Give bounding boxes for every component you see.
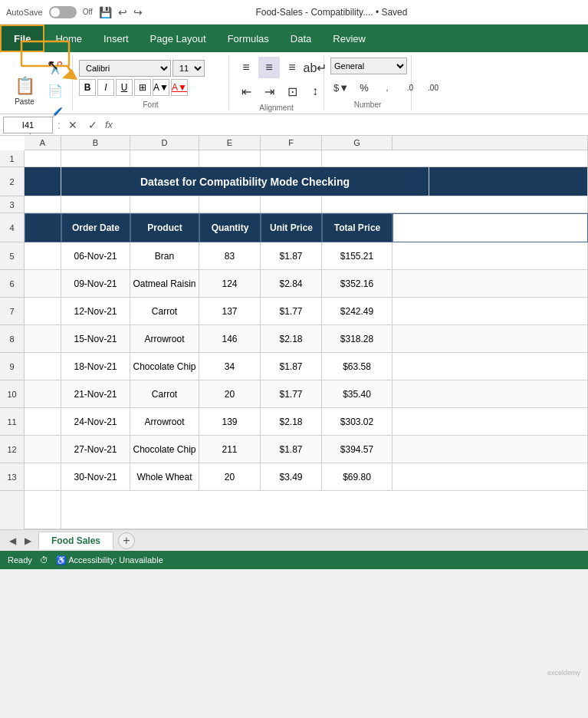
cell-date-8[interactable]: 15-Nov-21 xyxy=(61,325,130,353)
cell-qty-13[interactable]: 20 xyxy=(199,463,261,491)
cell-qty-8[interactable]: 146 xyxy=(199,325,261,353)
cell-total-6[interactable]: $352.16 xyxy=(322,270,393,298)
cell-rest-7[interactable] xyxy=(393,298,588,325)
indent-increase-button[interactable]: ⇥ xyxy=(258,81,280,102)
cell-date-13[interactable]: 30-Nov-21 xyxy=(61,463,130,491)
cell-date-12[interactable]: 27-Nov-21 xyxy=(61,436,130,463)
row-header-3[interactable]: 3 xyxy=(0,196,24,213)
cell-e3[interactable] xyxy=(199,196,261,213)
cell-a10[interactable] xyxy=(25,380,61,408)
cell-date-10[interactable]: 21-Nov-21 xyxy=(61,380,130,408)
formula-confirm-button[interactable]: ✓ xyxy=(85,117,100,133)
cell-reference-box[interactable] xyxy=(3,117,53,133)
cell-f1[interactable] xyxy=(261,150,322,167)
cell-product-5[interactable]: Bran xyxy=(130,242,199,270)
cell-d3[interactable] xyxy=(130,196,199,213)
undo-icon[interactable]: ↩ xyxy=(118,6,127,18)
cell-unit-8[interactable]: $2.18 xyxy=(261,325,322,353)
cell-unit-5[interactable]: $1.87 xyxy=(261,242,322,270)
row-header-7[interactable]: 7 xyxy=(0,298,24,325)
header-unit-price[interactable]: Unit Price xyxy=(261,213,322,242)
col-header-a[interactable]: A xyxy=(25,136,61,150)
cell-a1[interactable] xyxy=(25,150,61,167)
cell-product-12[interactable]: Chocolate Chip xyxy=(130,436,199,463)
fill-color-button[interactable]: A▼ xyxy=(153,79,169,96)
header-order-date[interactable]: Order Date xyxy=(61,213,130,242)
cell-a4[interactable] xyxy=(25,213,61,242)
col-header-f[interactable]: F xyxy=(261,136,322,150)
cell-f3[interactable] xyxy=(261,196,322,213)
cell-total-7[interactable]: $242.49 xyxy=(322,298,393,325)
cell-rest-8[interactable] xyxy=(393,325,588,353)
col-header-g[interactable]: G xyxy=(322,136,393,150)
tab-page-layout[interactable]: Page Layout xyxy=(140,25,217,52)
cell-unit-10[interactable]: $1.77 xyxy=(261,380,322,408)
cell-product-8[interactable]: Arrowroot xyxy=(130,325,199,353)
cell-rest-13[interactable] xyxy=(393,463,588,491)
sheet-tab-food-sales[interactable]: Food Sales xyxy=(38,532,113,549)
cell-qty-5[interactable]: 83 xyxy=(199,242,261,270)
cell-g2[interactable] xyxy=(429,167,588,196)
number-format-select[interactable]: General xyxy=(330,58,407,74)
cell-rest-11[interactable] xyxy=(393,408,588,436)
tab-insert[interactable]: Insert xyxy=(93,25,140,52)
cell-a5[interactable] xyxy=(25,242,61,270)
formula-input[interactable] xyxy=(117,120,585,130)
cell-product-10[interactable]: Carrot xyxy=(130,380,199,408)
cell-product-6[interactable]: Oatmeal Raisin xyxy=(130,270,199,298)
font-name-select[interactable]: Calibri xyxy=(79,60,171,77)
row-header-10[interactable]: 10 xyxy=(0,380,24,408)
percent-button[interactable]: % xyxy=(353,77,375,98)
font-color-button[interactable]: A▼ xyxy=(171,79,188,96)
col-header-rest[interactable] xyxy=(393,136,588,150)
cell-date-5[interactable]: 06-Nov-21 xyxy=(61,242,130,270)
text-dir-button[interactable]: ↕ xyxy=(304,81,326,102)
bold-button[interactable]: B xyxy=(79,79,96,96)
row-header-11[interactable]: 11 xyxy=(0,408,24,436)
cell-a11[interactable] xyxy=(25,408,61,436)
cell-a13[interactable] xyxy=(25,463,61,491)
cell-total-9[interactable]: $63.58 xyxy=(322,353,393,380)
indent-decrease-button[interactable]: ⇤ xyxy=(235,81,257,102)
cell-qty-11[interactable]: 139 xyxy=(199,408,261,436)
sheet-nav-prev[interactable]: ◀ xyxy=(5,533,20,548)
font-size-select[interactable]: 11 xyxy=(172,60,205,77)
title-cell[interactable]: Dataset for Compatibility Mode Checking xyxy=(61,167,429,196)
row-header-2[interactable]: 2 xyxy=(0,167,24,196)
cell-rest-10[interactable] xyxy=(393,380,588,408)
cell-unit-12[interactable]: $1.87 xyxy=(261,436,322,463)
cell-b3[interactable] xyxy=(61,196,130,213)
cell-unit-6[interactable]: $2.84 xyxy=(261,270,322,298)
decimal-decrease-button[interactable]: .0 xyxy=(399,77,421,98)
wrap-text-button[interactable]: ab↵ xyxy=(304,57,326,78)
cell-unit-11[interactable]: $2.18 xyxy=(261,408,322,436)
row-header-12[interactable]: 12 xyxy=(0,436,24,463)
cell-product-13[interactable]: Whole Wheat xyxy=(130,463,199,491)
cell-a7[interactable] xyxy=(25,298,61,325)
sheet-nav-next[interactable]: ▶ xyxy=(20,533,35,548)
cell-product-9[interactable]: Chocolate Chip xyxy=(130,353,199,380)
autosave-toggle[interactable] xyxy=(49,6,77,18)
tab-home[interactable]: Home xyxy=(44,25,93,52)
cell-total-8[interactable]: $318.28 xyxy=(322,325,393,353)
comma-button[interactable]: , xyxy=(376,77,398,98)
cell-a3[interactable] xyxy=(25,196,61,213)
cell-product-7[interactable]: Carrot xyxy=(130,298,199,325)
header-total-price[interactable]: Total Price xyxy=(322,213,393,242)
cell-d1[interactable] xyxy=(130,150,199,167)
cell-g1[interactable] xyxy=(322,150,588,167)
cell-a12[interactable] xyxy=(25,436,61,463)
cell-total-5[interactable]: $155.21 xyxy=(322,242,393,270)
cell-date-6[interactable]: 09-Nov-21 xyxy=(61,270,130,298)
cell-unit-13[interactable]: $3.49 xyxy=(261,463,322,491)
cell-qty-9[interactable]: 34 xyxy=(199,353,261,380)
row-header-5[interactable]: 5 xyxy=(0,242,24,270)
row-header-6[interactable]: 6 xyxy=(0,270,24,298)
cell-total-10[interactable]: $35.40 xyxy=(322,380,393,408)
row-header-4[interactable]: 4 xyxy=(0,213,24,242)
cell-unit-7[interactable]: $1.77 xyxy=(261,298,322,325)
tab-data[interactable]: Data xyxy=(280,25,322,52)
tab-file[interactable]: File xyxy=(0,25,44,52)
cell-qty-12[interactable]: 211 xyxy=(199,436,261,463)
row-header-1[interactable]: 1 xyxy=(0,150,24,167)
